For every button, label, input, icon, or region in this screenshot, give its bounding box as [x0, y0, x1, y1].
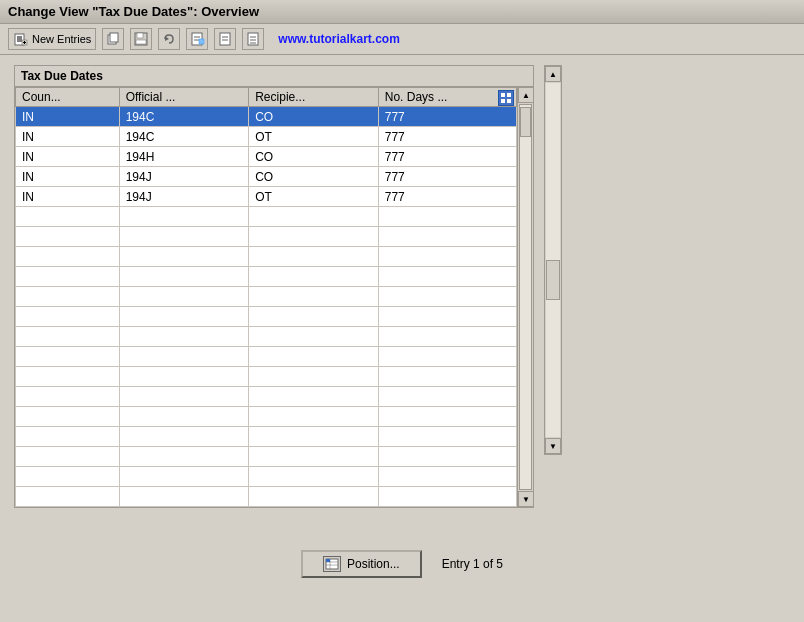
svg-rect-27 — [507, 99, 511, 103]
outer-scroll-down[interactable]: ▼ — [545, 438, 561, 454]
main-area: Tax Due Dates Coun... Official ... Recip… — [0, 55, 804, 518]
col-nodays: No. Days ... — [378, 88, 516, 107]
table-row-empty — [16, 247, 517, 267]
table-row-empty — [16, 467, 517, 487]
table-row-empty — [16, 207, 517, 227]
btn6[interactable] — [242, 28, 264, 50]
table-panel: Tax Due Dates Coun... Official ... Recip… — [14, 65, 534, 508]
table-row-empty — [16, 307, 517, 327]
url-text: www.tutorialkart.com — [278, 32, 400, 46]
table-row-empty — [16, 367, 517, 387]
table-row[interactable]: IN194HCO777 — [16, 147, 517, 167]
table-body: IN194CCO777IN194COT777IN194HCO777IN194JC… — [16, 107, 517, 507]
save-icon — [133, 31, 149, 47]
table-row-empty — [16, 227, 517, 247]
table-row[interactable]: IN194JOT777 — [16, 187, 517, 207]
btn4[interactable] — [186, 28, 208, 50]
copy-icon — [105, 31, 121, 47]
svg-rect-8 — [110, 33, 118, 42]
col-country: Coun... — [16, 88, 120, 107]
outer-scroll-track — [546, 83, 560, 437]
title-bar: Change View "Tax Due Dates": Overview — [0, 0, 804, 24]
table-row-empty — [16, 487, 517, 507]
table-row-empty — [16, 347, 517, 367]
position-btn-icon — [323, 556, 341, 572]
undo-button[interactable] — [158, 28, 180, 50]
entry-info: Entry 1 of 5 — [442, 557, 503, 571]
column-settings-icon[interactable] — [498, 90, 514, 106]
svg-rect-10 — [137, 33, 143, 38]
new-entries-label: New Entries — [32, 33, 91, 45]
title-text: Change View "Tax Due Dates": Overview — [8, 4, 259, 19]
undo-icon — [161, 31, 177, 47]
table-title: Tax Due Dates — [15, 66, 533, 87]
table-scroll-thumb[interactable] — [520, 107, 531, 137]
svg-rect-16 — [199, 39, 204, 44]
svg-rect-26 — [501, 99, 505, 103]
outer-scroll-thumb[interactable] — [546, 260, 560, 300]
bottom-area: Position... Entry 1 of 5 — [0, 538, 804, 590]
table-row[interactable]: IN194COT777 — [16, 127, 517, 147]
toolbar: New Entries — [0, 24, 804, 55]
outer-scrollbar: ▲ ▼ — [544, 65, 562, 455]
table-row-empty — [16, 407, 517, 427]
save-button[interactable] — [130, 28, 152, 50]
svg-rect-24 — [501, 93, 505, 97]
col-recipient: Recipie... — [249, 88, 379, 107]
svg-rect-25 — [507, 93, 511, 97]
table-row-empty — [16, 427, 517, 447]
table-scroll-down[interactable]: ▼ — [518, 491, 534, 507]
data-table: Coun... Official ... Recipie... No. Days… — [15, 87, 517, 507]
table-row[interactable]: IN194CCO777 — [16, 107, 517, 127]
svg-rect-11 — [136, 40, 146, 44]
table-header-row: Coun... Official ... Recipie... No. Days… — [16, 88, 517, 107]
table-row-empty — [16, 327, 517, 347]
table-row-empty — [16, 287, 517, 307]
svg-marker-12 — [165, 36, 169, 41]
doc2-icon — [217, 31, 233, 47]
table-row[interactable]: IN194JCO777 — [16, 167, 517, 187]
doc1-icon — [189, 31, 205, 47]
btn5[interactable] — [214, 28, 236, 50]
position-button[interactable]: Position... — [301, 550, 422, 578]
new-entries-button[interactable]: New Entries — [8, 28, 96, 50]
svg-rect-32 — [326, 559, 330, 562]
table-row-empty — [16, 447, 517, 467]
doc3-icon — [245, 31, 261, 47]
table-scroll-up[interactable]: ▲ — [518, 87, 534, 103]
svg-rect-17 — [220, 33, 230, 45]
outer-scroll-up[interactable]: ▲ — [545, 66, 561, 82]
position-btn-label: Position... — [347, 557, 400, 571]
table-scroll-track — [519, 104, 532, 490]
new-entries-icon — [13, 31, 29, 47]
table-row-empty — [16, 387, 517, 407]
table-row-empty — [16, 267, 517, 287]
copy-button[interactable] — [102, 28, 124, 50]
col-official: Official ... — [119, 88, 249, 107]
